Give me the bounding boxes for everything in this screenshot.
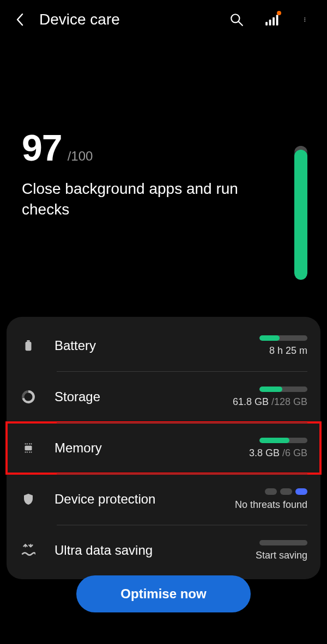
- optimise-now-button[interactable]: Optimise now: [76, 575, 251, 612]
- data-saving-bar: [259, 540, 307, 545]
- ultra-data-saving-row[interactable]: Ultra data saving Start saving: [7, 525, 320, 576]
- ultra-data-saving-label: Ultra data saving: [55, 543, 256, 558]
- svg-point-6: [305, 17, 306, 19]
- score-message: Close background apps and run checks: [22, 179, 262, 220]
- memory-row[interactable]: Memory 3.8 GB /6 GB: [7, 422, 320, 474]
- signal-bars-icon: [264, 13, 278, 27]
- device-protection-label: Device protection: [55, 492, 235, 507]
- memory-label: Memory: [55, 440, 249, 456]
- svg-rect-4: [272, 17, 275, 26]
- search-icon: [229, 13, 244, 27]
- storage-bar: [259, 387, 307, 392]
- chevron-left-icon: [16, 13, 23, 26]
- svg-point-20: [29, 452, 30, 453]
- svg-point-14: [25, 443, 26, 444]
- svg-rect-5: [276, 15, 278, 26]
- battery-detail: 8 h 25 m: [269, 345, 307, 357]
- more-vertical-icon: [304, 13, 308, 27]
- device-stats-card: Battery 8 h 25 m Storage 61.8 GB /128 GB: [7, 317, 320, 579]
- ultra-data-saving-detail: Start saving: [256, 550, 307, 561]
- storage-icon: [20, 388, 37, 406]
- protection-indicator: [265, 488, 307, 495]
- notification-dot: [277, 11, 281, 15]
- svg-rect-10: [27, 340, 30, 342]
- svg-point-15: [27, 443, 28, 444]
- storage-label: Storage: [55, 389, 233, 404]
- battery-label: Battery: [55, 338, 259, 353]
- battery-bar: [259, 335, 307, 341]
- signal-notification-button[interactable]: [264, 12, 279, 27]
- storage-detail: 61.8 GB /128 GB: [233, 396, 307, 408]
- svg-point-19: [27, 452, 28, 453]
- svg-point-18: [25, 452, 26, 453]
- score-progress-bar: [294, 146, 307, 280]
- battery-row[interactable]: Battery 8 h 25 m: [7, 320, 320, 371]
- data-saving-icon: [20, 542, 37, 559]
- svg-rect-13: [25, 446, 32, 451]
- svg-point-16: [29, 443, 30, 444]
- memory-bar: [259, 438, 307, 443]
- svg-point-17: [31, 443, 32, 444]
- memory-icon: [20, 439, 37, 457]
- svg-rect-9: [26, 342, 32, 351]
- svg-point-7: [305, 19, 306, 20]
- shield-icon: [20, 490, 37, 508]
- svg-point-21: [31, 452, 32, 453]
- svg-rect-3: [269, 20, 271, 26]
- memory-detail: 3.8 GB /6 GB: [249, 447, 307, 459]
- storage-row[interactable]: Storage 61.8 GB /128 GB: [7, 371, 320, 422]
- device-protection-detail: No threats found: [235, 499, 307, 511]
- svg-rect-2: [265, 22, 268, 26]
- svg-line-1: [239, 22, 243, 26]
- score-progress-fill: [294, 150, 307, 280]
- svg-point-8: [305, 21, 306, 22]
- score-value: 97: [22, 126, 62, 169]
- score-total: /100: [68, 149, 93, 164]
- back-button[interactable]: [13, 13, 26, 26]
- search-button[interactable]: [229, 12, 244, 27]
- battery-icon: [20, 337, 37, 354]
- device-protection-row[interactable]: Device protection No threats found: [7, 474, 320, 525]
- more-options-button[interactable]: [299, 12, 314, 27]
- page-title: Device care: [39, 11, 120, 28]
